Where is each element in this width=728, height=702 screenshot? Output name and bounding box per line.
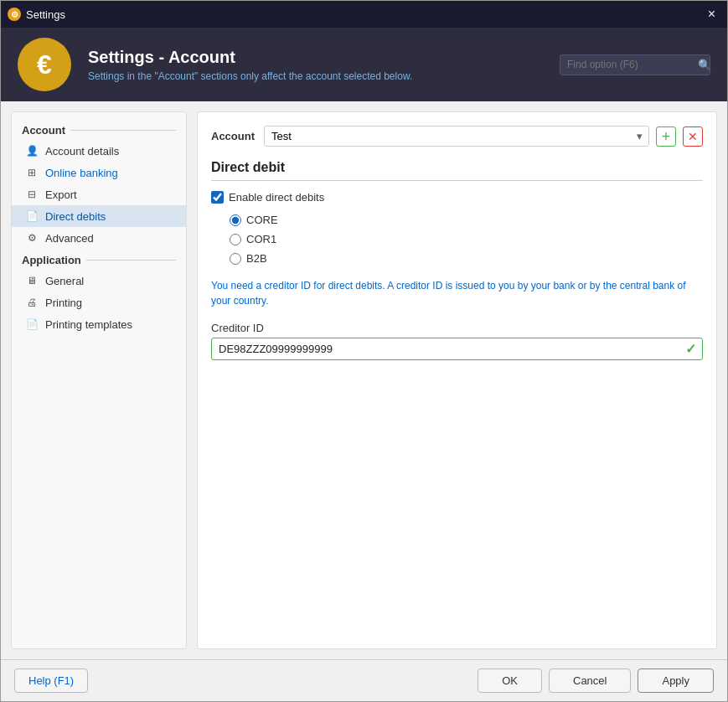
enable-checkbox-row: Enable direct debits (211, 191, 703, 204)
sidebar-item-account-details[interactable]: 👤 Account details (12, 140, 186, 162)
close-button[interactable]: × (703, 5, 720, 23)
sidebar-item-export[interactable]: ⊟ Export (12, 183, 186, 205)
sidebar-section-application: Application (12, 249, 186, 270)
app-icon: ⚙ (8, 8, 21, 21)
person-icon: 👤 (25, 144, 39, 157)
radio-label-core[interactable]: CORE (246, 214, 278, 226)
sidebar-label-online-banking: Online banking (45, 167, 118, 179)
add-account-button[interactable]: + (656, 126, 676, 147)
sidebar-item-general[interactable]: 🖥 General (12, 270, 186, 292)
radio-row-cor1: COR1 (230, 233, 703, 245)
page-icon: 📄 (25, 209, 39, 223)
info-text: You need a creditor ID for direct debits… (211, 278, 703, 308)
sidebar-label-printing-templates: Printing templates (45, 318, 132, 331)
sidebar-item-online-banking[interactable]: ⊞ Online banking (12, 162, 186, 183)
account-row: Account Test + ✕ (211, 126, 703, 147)
header-logo: € (18, 38, 71, 91)
sidebar-item-advanced[interactable]: ⚙ Advanced (12, 227, 186, 249)
creditor-id-input[interactable] (211, 338, 703, 360)
settings-window: ⚙ Settings × € Settings - Account Settin… (0, 0, 728, 702)
radio-label-b2b[interactable]: B2B (246, 252, 267, 265)
radio-row-b2b: B2B (230, 252, 703, 265)
search-box: 🔍 (560, 54, 710, 75)
sidebar-label-direct-debits: Direct debits (45, 210, 106, 223)
sidebar-section-account: Account (12, 119, 186, 140)
main-content: Account 👤 Account details ⊞ Online banki… (1, 101, 727, 659)
export-icon: ⊟ (25, 188, 39, 201)
search-icon: 🔍 (698, 59, 711, 71)
creditor-id-label: Creditor ID (211, 322, 703, 334)
sidebar-item-printing[interactable]: 🖨 Printing (12, 292, 186, 313)
title-bar-text: Settings (26, 8, 65, 21)
footer-buttons: OK Cancel Apply (478, 668, 714, 693)
radio-row-core: CORE (230, 214, 703, 226)
header-info: Settings - Account Settings in the "Acco… (88, 48, 543, 82)
search-input[interactable] (567, 59, 693, 70)
help-button[interactable]: Help (F1) (14, 668, 88, 693)
remove-account-button[interactable]: ✕ (683, 126, 703, 147)
creditor-id-wrapper: ✓ (211, 338, 703, 360)
radio-b2b[interactable] (230, 253, 241, 265)
radio-label-cor1[interactable]: COR1 (246, 233, 276, 245)
account-select[interactable]: Test (264, 126, 649, 147)
sidebar-item-printing-templates[interactable]: 📄 Printing templates (12, 313, 186, 335)
title-bar: ⚙ Settings × (1, 1, 727, 28)
page2-icon: 📄 (25, 317, 39, 331)
footer: Help (F1) OK Cancel Apply (1, 659, 727, 701)
sidebar-label-advanced: Advanced (45, 232, 94, 245)
sidebar-label-printing: Printing (45, 297, 82, 309)
creditor-id-check-icon: ✓ (685, 341, 696, 357)
header-title: Settings - Account (88, 48, 543, 67)
account-label: Account (211, 130, 257, 142)
sidebar-item-direct-debits[interactable]: 📄 Direct debits (12, 205, 186, 227)
sidebar-label-export: Export (45, 188, 77, 201)
apply-button[interactable]: Apply (638, 668, 714, 693)
grid-icon: ⊞ (25, 166, 39, 179)
radio-group: CORE COR1 B2B (230, 214, 703, 265)
radio-cor1[interactable] (230, 234, 241, 245)
sidebar: Account 👤 Account details ⊞ Online banki… (11, 111, 187, 649)
title-bar-left: ⚙ Settings (8, 8, 65, 21)
section-title: Direct debit (211, 160, 703, 181)
printer-icon: 🖨 (25, 296, 39, 309)
sidebar-label-general: General (45, 275, 84, 287)
header-subtitle: Settings in the "Account" sections only … (88, 70, 543, 82)
cancel-button[interactable]: Cancel (549, 668, 631, 693)
header: € Settings - Account Settings in the "Ac… (1, 28, 727, 101)
sidebar-label-account-details: Account details (45, 145, 119, 157)
ok-button[interactable]: OK (478, 668, 542, 693)
enable-direct-debits-label[interactable]: Enable direct debits (229, 191, 324, 204)
account-select-wrapper: Test (264, 126, 649, 147)
content-panel: Account Test + ✕ Direct debit Enable dir… (197, 111, 717, 649)
radio-core[interactable] (230, 214, 241, 226)
gear-icon: ⚙ (25, 231, 39, 245)
enable-direct-debits-checkbox[interactable] (211, 191, 224, 204)
monitor-icon: 🖥 (25, 274, 39, 287)
